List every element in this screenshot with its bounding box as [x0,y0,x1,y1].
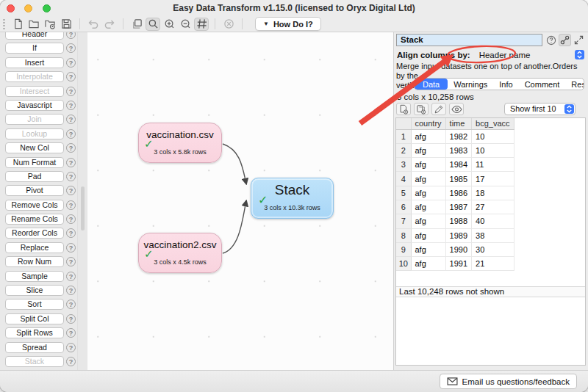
column-header-bcg-vacc[interactable]: bcg_vacc [472,118,514,129]
help-circle-icon[interactable]: ? [66,214,76,224]
help-circle-icon[interactable]: ? [66,228,76,238]
row-number-cell: 10 [396,257,411,271]
help-circle-icon[interactable]: ? [66,143,76,153]
table-corner-cell [396,118,411,129]
tab-data[interactable]: Data [415,79,448,90]
transform-button-pad[interactable]: Pad [5,171,64,182]
flow-canvas[interactable]: ✓ vaccination.csv 3 cols x 5.8k rows ✓ v… [87,32,394,370]
zoom-out-icon[interactable] [178,18,193,31]
show-rows-select[interactable]: Show first 10 rows [504,103,576,115]
transform-button-replace[interactable]: Replace [5,242,64,253]
sidebar-item-javascript: Javascript? [0,98,77,112]
new-document-icon[interactable] [10,18,25,31]
help-circle-icon[interactable]: ? [66,129,76,139]
help-circle-icon[interactable]: ? [66,357,76,366]
help-circle-icon[interactable]: ? [66,43,76,53]
open-file-icon[interactable] [26,18,41,31]
duplicate-icon[interactable] [129,18,144,31]
help-circle-icon[interactable]: ? [66,72,76,81]
table-row: 4afg198517 [396,172,514,186]
transform-button-pivot[interactable]: Pivot [5,185,64,196]
sidebar-item-header: Header? [0,32,77,41]
help-circle-icon[interactable]: ? [66,272,76,281]
transform-button-num-format[interactable]: Num Format [5,157,64,168]
tab-warnings[interactable]: Warnings [448,79,493,90]
transform-button-insert[interactable]: Insert [5,57,64,68]
help-circle-icon[interactable]: ? [66,186,76,195]
expand-panel-icon[interactable] [573,34,585,46]
help-circle-icon[interactable]: ? [66,343,76,352]
how-do-i-button[interactable]: ▼ How Do I? [255,17,321,31]
dropdown-stepper-icon[interactable] [575,50,584,59]
transform-button-if[interactable]: If [5,43,64,54]
help-button[interactable] [545,34,557,46]
transform-button-sort[interactable]: Sort [5,299,64,310]
transform-button-interpolate: Interpolate [5,71,64,82]
sidebar-item-pad: Pad? [0,170,77,184]
tab-comment[interactable]: Comment [519,79,566,90]
sidebar-scrollbar-thumb[interactable] [81,186,85,231]
sidebar-item-insert: Insert? [0,56,77,70]
transform-button-slice[interactable]: Slice [5,285,64,296]
transform-button-row-num[interactable]: Row Num [5,256,64,267]
help-circle-icon[interactable]: ? [66,243,76,253]
transform-button-javascript[interactable]: Javascript [5,100,64,111]
sidebar-item-remove-cols: Remove Cols? [0,198,77,212]
input-node-vaccination2-csv[interactable]: ✓ vaccination2.csv 3 cols x 4.5k rows [138,233,222,273]
table-cell: 27 [472,200,514,214]
transform-button-join: Join [5,114,64,125]
copy-to-clipboard-icon[interactable] [414,103,429,115]
transform-button-split-rows[interactable]: Split Rows [5,327,64,338]
table-cell: afg [411,129,445,143]
panel-tabbar: DataWarningsInfoCommentResults [414,78,584,90]
help-circle-icon[interactable]: ? [66,87,76,96]
help-circle-icon[interactable]: ? [66,257,76,266]
transform-node-stack[interactable]: ✓ Stack 3 cols x 10.3k rows [251,178,334,219]
email-feedback-button[interactable]: Email us questions/feedback [440,374,577,389]
help-circle-icon[interactable]: ? [66,158,76,167]
sidebar-item-split-rows: Split Rows? [0,326,77,340]
results-table[interactable]: countrytimebcg_vacc 1afg1982102afg198310… [396,118,514,271]
help-circle-icon[interactable]: ? [66,115,76,124]
transform-button-sample[interactable]: Sample [5,271,64,282]
toolbar-drag-handle[interactable] [3,19,5,29]
export-file-icon[interactable] [396,103,411,115]
column-header-country[interactable]: country [411,118,445,129]
align-columns-select[interactable]: Header name [479,51,531,59]
table-cell: 17 [472,172,514,186]
preview-eye-icon[interactable] [449,103,464,115]
transform-button-new-col[interactable]: New Col [5,142,64,153]
input-node-vaccination-csv[interactable]: ✓ vaccination.csv 3 cols x 5.8k rows [138,123,222,163]
transform-button-reorder-cols[interactable]: Reorder Cols [5,228,64,239]
help-circle-icon[interactable]: ? [66,328,76,338]
help-circle-icon[interactable]: ? [66,286,76,295]
table-cell: 30 [472,242,514,256]
help-circle-icon[interactable]: ? [66,314,76,324]
help-circle-icon[interactable]: ? [66,58,76,68]
open-recent-icon[interactable] [43,18,57,31]
transform-button-spread[interactable]: Spread [5,342,64,353]
connections-button[interactable] [559,34,571,46]
caret-down-icon: ▼ [263,21,269,27]
transform-button-header[interactable]: Header [5,32,64,40]
save-icon[interactable] [59,18,74,31]
help-circle-icon[interactable]: ? [66,200,76,210]
help-circle-icon[interactable]: ? [66,101,76,110]
help-circle-icon[interactable]: ? [66,32,76,39]
transform-button-remove-cols[interactable]: Remove Cols [5,200,64,211]
toggle-grid-icon[interactable] [194,18,209,31]
transform-button-rename-cols[interactable]: Rename Cols [5,214,64,225]
help-circle-icon[interactable]: ? [66,172,76,181]
transform-button-split-col[interactable]: Split Col [5,313,64,324]
zoom-in-icon[interactable] [162,18,176,31]
row-number-cell: 6 [396,200,411,214]
toolbar-separator [79,18,80,29]
tab-results[interactable]: Results [565,79,584,90]
pan-zoom-tool-icon[interactable] [146,18,160,31]
edit-icon[interactable] [431,103,446,115]
column-header-time[interactable]: time [445,118,471,129]
node-name-field[interactable]: Stack [396,34,542,46]
tab-info[interactable]: Info [493,79,518,90]
help-circle-icon[interactable]: ? [66,300,76,309]
table-cell: afg [411,186,445,200]
